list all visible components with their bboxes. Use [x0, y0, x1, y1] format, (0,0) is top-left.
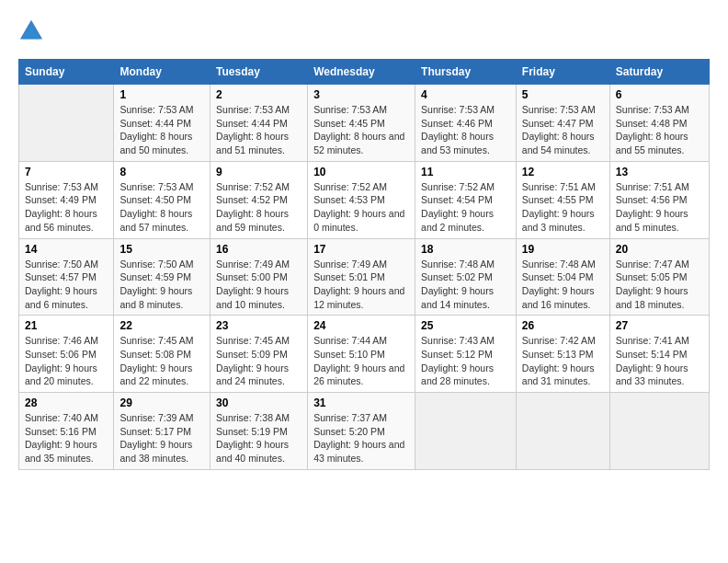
day-info: Sunrise: 7:47 AMSunset: 5:05 PMDaylight:… [616, 258, 703, 312]
day-info: Sunrise: 7:42 AMSunset: 5:13 PMDaylight:… [522, 334, 604, 388]
calendar-cell [516, 393, 609, 470]
calendar-week-row: 7Sunrise: 7:53 AMSunset: 4:49 PMDaylight… [19, 161, 710, 238]
day-info: Sunrise: 7:46 AMSunset: 5:06 PMDaylight:… [25, 334, 108, 388]
logo-icon [18, 18, 44, 44]
logo [18, 18, 48, 44]
calendar-cell: 7Sunrise: 7:53 AMSunset: 4:49 PMDaylight… [19, 161, 114, 238]
day-info: Sunrise: 7:53 AMSunset: 4:45 PMDaylight:… [313, 103, 409, 157]
day-info: Sunrise: 7:41 AMSunset: 5:14 PMDaylight:… [616, 334, 703, 388]
day-number: 24 [313, 319, 409, 332]
calendar-cell: 27Sunrise: 7:41 AMSunset: 5:14 PMDayligh… [609, 316, 709, 393]
day-number: 14 [25, 243, 108, 256]
day-number: 20 [616, 243, 703, 256]
day-number: 13 [616, 166, 703, 178]
column-header-thursday: Thursday [415, 60, 517, 85]
day-number: 8 [119, 166, 204, 178]
day-number: 2 [216, 88, 301, 101]
calendar-cell: 6Sunrise: 7:53 AMSunset: 4:48 PMDaylight… [609, 85, 709, 162]
calendar-cell: 4Sunrise: 7:53 AMSunset: 4:46 PMDaylight… [415, 85, 517, 162]
day-number: 9 [216, 166, 301, 178]
day-number: 11 [421, 166, 510, 178]
calendar-cell: 15Sunrise: 7:50 AMSunset: 4:59 PMDayligh… [114, 238, 210, 316]
calendar-week-row: 28Sunrise: 7:40 AMSunset: 5:16 PMDayligh… [19, 393, 710, 470]
calendar-cell: 20Sunrise: 7:47 AMSunset: 5:05 PMDayligh… [609, 238, 709, 316]
calendar-cell: 9Sunrise: 7:52 AMSunset: 4:52 PMDaylight… [210, 161, 308, 238]
day-number: 27 [616, 319, 703, 332]
calendar-cell [19, 85, 114, 162]
day-number: 4 [421, 88, 510, 101]
day-info: Sunrise: 7:51 AMSunset: 4:56 PMDaylight:… [616, 180, 703, 235]
day-number: 16 [216, 243, 301, 256]
calendar-week-row: 21Sunrise: 7:46 AMSunset: 5:06 PMDayligh… [19, 316, 710, 393]
day-info: Sunrise: 7:43 AMSunset: 5:12 PMDaylight:… [421, 334, 510, 388]
calendar-table: SundayMondayTuesdayWednesdayThursdayFrid… [18, 59, 710, 470]
column-header-friday: Friday [516, 60, 609, 85]
day-info: Sunrise: 7:39 AMSunset: 5:17 PMDaylight:… [119, 411, 204, 465]
day-info: Sunrise: 7:52 AMSunset: 4:53 PMDaylight:… [313, 180, 409, 235]
day-info: Sunrise: 7:53 AMSunset: 4:49 PMDaylight:… [25, 180, 108, 235]
day-number: 6 [616, 88, 703, 101]
calendar-cell [609, 393, 709, 470]
day-info: Sunrise: 7:44 AMSunset: 5:10 PMDaylight:… [313, 334, 409, 388]
day-number: 22 [119, 319, 204, 332]
day-info: Sunrise: 7:38 AMSunset: 5:19 PMDaylight:… [216, 411, 301, 465]
day-info: Sunrise: 7:50 AMSunset: 4:59 PMDaylight:… [119, 258, 204, 312]
day-info: Sunrise: 7:49 AMSunset: 5:00 PMDaylight:… [216, 258, 301, 312]
day-number: 7 [25, 166, 108, 178]
day-number: 10 [313, 166, 409, 178]
calendar-cell: 31Sunrise: 7:37 AMSunset: 5:20 PMDayligh… [308, 393, 415, 470]
day-number: 15 [119, 243, 204, 256]
calendar-cell: 29Sunrise: 7:39 AMSunset: 5:17 PMDayligh… [114, 393, 210, 470]
day-info: Sunrise: 7:53 AMSunset: 4:46 PMDaylight:… [421, 103, 510, 157]
day-number: 18 [421, 243, 510, 256]
calendar-cell: 19Sunrise: 7:48 AMSunset: 5:04 PMDayligh… [516, 238, 609, 316]
day-info: Sunrise: 7:49 AMSunset: 5:01 PMDaylight:… [313, 258, 409, 312]
calendar-cell: 12Sunrise: 7:51 AMSunset: 4:55 PMDayligh… [516, 161, 609, 238]
day-number: 23 [216, 319, 301, 332]
day-number: 28 [25, 396, 108, 409]
calendar-cell: 25Sunrise: 7:43 AMSunset: 5:12 PMDayligh… [415, 316, 517, 393]
day-number: 25 [421, 319, 510, 332]
column-header-wednesday: Wednesday [308, 60, 415, 85]
calendar-cell: 24Sunrise: 7:44 AMSunset: 5:10 PMDayligh… [308, 316, 415, 393]
day-number: 29 [119, 396, 204, 409]
calendar-cell [415, 393, 517, 470]
calendar-cell: 11Sunrise: 7:52 AMSunset: 4:54 PMDayligh… [415, 161, 517, 238]
day-number: 31 [313, 396, 409, 409]
day-info: Sunrise: 7:53 AMSunset: 4:47 PMDaylight:… [522, 103, 604, 157]
day-info: Sunrise: 7:48 AMSunset: 5:02 PMDaylight:… [421, 258, 510, 312]
calendar-cell: 2Sunrise: 7:53 AMSunset: 4:44 PMDaylight… [210, 85, 308, 162]
page-header [18, 18, 710, 44]
day-info: Sunrise: 7:53 AMSunset: 4:48 PMDaylight:… [616, 103, 703, 157]
calendar-cell: 28Sunrise: 7:40 AMSunset: 5:16 PMDayligh… [19, 393, 114, 470]
day-info: Sunrise: 7:53 AMSunset: 4:44 PMDaylight:… [216, 103, 301, 157]
day-info: Sunrise: 7:37 AMSunset: 5:20 PMDaylight:… [313, 411, 409, 465]
calendar-cell: 21Sunrise: 7:46 AMSunset: 5:06 PMDayligh… [19, 316, 114, 393]
day-number: 26 [522, 319, 604, 332]
calendar-week-row: 1Sunrise: 7:53 AMSunset: 4:44 PMDaylight… [19, 85, 710, 162]
calendar-week-row: 14Sunrise: 7:50 AMSunset: 4:57 PMDayligh… [19, 238, 710, 316]
day-number: 5 [522, 88, 604, 101]
day-number: 30 [216, 396, 301, 409]
day-info: Sunrise: 7:52 AMSunset: 4:52 PMDaylight:… [216, 180, 301, 235]
day-info: Sunrise: 7:53 AMSunset: 4:44 PMDaylight:… [119, 103, 204, 157]
day-info: Sunrise: 7:45 AMSunset: 5:09 PMDaylight:… [216, 334, 301, 388]
day-info: Sunrise: 7:50 AMSunset: 4:57 PMDaylight:… [25, 258, 108, 312]
day-info: Sunrise: 7:51 AMSunset: 4:55 PMDaylight:… [522, 180, 604, 235]
day-info: Sunrise: 7:52 AMSunset: 4:54 PMDaylight:… [421, 180, 510, 235]
day-number: 1 [119, 88, 204, 101]
column-header-sunday: Sunday [19, 60, 114, 85]
calendar-cell: 22Sunrise: 7:45 AMSunset: 5:08 PMDayligh… [114, 316, 210, 393]
calendar-cell: 30Sunrise: 7:38 AMSunset: 5:19 PMDayligh… [210, 393, 308, 470]
day-number: 19 [522, 243, 604, 256]
day-number: 21 [25, 319, 108, 332]
calendar-cell: 23Sunrise: 7:45 AMSunset: 5:09 PMDayligh… [210, 316, 308, 393]
calendar-cell: 18Sunrise: 7:48 AMSunset: 5:02 PMDayligh… [415, 238, 517, 316]
day-info: Sunrise: 7:48 AMSunset: 5:04 PMDaylight:… [522, 258, 604, 312]
calendar-cell: 16Sunrise: 7:49 AMSunset: 5:00 PMDayligh… [210, 238, 308, 316]
calendar-cell: 17Sunrise: 7:49 AMSunset: 5:01 PMDayligh… [308, 238, 415, 316]
day-number: 17 [313, 243, 409, 256]
calendar-cell: 3Sunrise: 7:53 AMSunset: 4:45 PMDaylight… [308, 85, 415, 162]
day-info: Sunrise: 7:40 AMSunset: 5:16 PMDaylight:… [25, 411, 108, 465]
column-header-tuesday: Tuesday [210, 60, 308, 85]
